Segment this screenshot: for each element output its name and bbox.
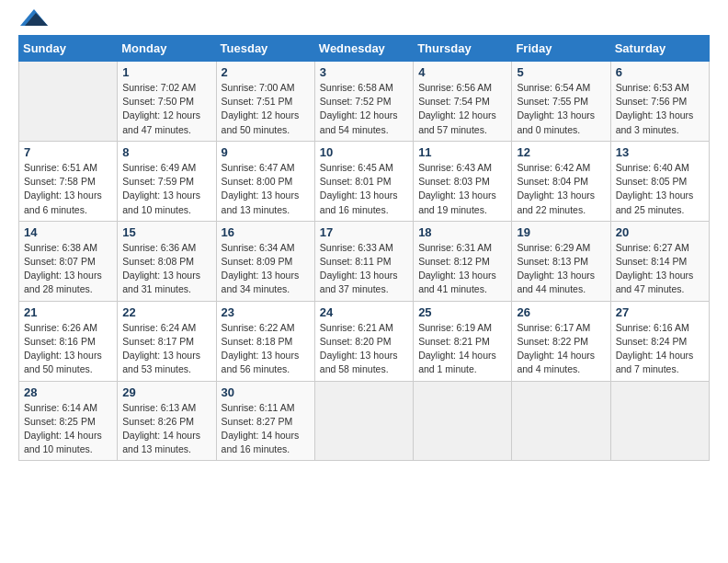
calendar-cell [414,381,512,461]
day-number: 21 [24,305,112,319]
header-sunday: Sunday [19,36,118,62]
day-number: 4 [418,65,506,79]
calendar-cell: 9Sunrise: 6:47 AM Sunset: 8:00 PM Daylig… [216,141,314,221]
calendar-cell: 17Sunrise: 6:33 AM Sunset: 8:11 PM Dayli… [314,221,413,301]
day-info: Sunrise: 6:24 AM Sunset: 8:17 PM Dayligh… [122,321,210,377]
calendar-cell: 10Sunrise: 6:45 AM Sunset: 8:01 PM Dayli… [314,141,413,221]
day-info: Sunrise: 7:00 AM Sunset: 7:51 PM Dayligh… [222,81,310,137]
day-info: Sunrise: 6:34 AM Sunset: 8:09 PM Dayligh… [222,241,310,297]
day-info: Sunrise: 6:42 AM Sunset: 8:04 PM Dayligh… [517,161,605,217]
calendar-week-row: 14Sunrise: 6:38 AM Sunset: 8:07 PM Dayli… [19,221,710,301]
calendar-cell: 5Sunrise: 6:54 AM Sunset: 7:55 PM Daylig… [512,62,610,142]
calendar-cell: 2Sunrise: 7:00 AM Sunset: 7:51 PM Daylig… [216,62,314,142]
calendar-cell: 11Sunrise: 6:43 AM Sunset: 8:03 PM Dayli… [414,141,512,221]
day-number: 29 [122,385,210,399]
day-info: Sunrise: 6:22 AM Sunset: 8:18 PM Dayligh… [222,321,310,377]
calendar-cell: 7Sunrise: 6:51 AM Sunset: 7:58 PM Daylig… [19,141,118,221]
day-info: Sunrise: 6:40 AM Sunset: 8:05 PM Dayligh… [616,161,704,217]
day-number: 19 [517,225,605,239]
calendar-week-row: 1Sunrise: 7:02 AM Sunset: 7:50 PM Daylig… [19,62,710,142]
calendar-cell: 13Sunrise: 6:40 AM Sunset: 8:05 PM Dayli… [610,141,709,221]
calendar-cell: 29Sunrise: 6:13 AM Sunset: 8:26 PM Dayli… [118,381,216,461]
header-tuesday: Tuesday [216,36,314,62]
day-number: 12 [517,145,605,159]
calendar-week-row: 21Sunrise: 6:26 AM Sunset: 8:16 PM Dayli… [19,301,710,381]
calendar-cell [19,62,118,142]
calendar-cell: 21Sunrise: 6:26 AM Sunset: 8:16 PM Dayli… [19,301,118,381]
calendar-cell: 8Sunrise: 6:49 AM Sunset: 7:59 PM Daylig… [118,141,216,221]
day-number: 17 [320,225,408,239]
day-info: Sunrise: 6:14 AM Sunset: 8:25 PM Dayligh… [24,401,112,457]
day-number: 9 [222,145,310,159]
header-saturday: Saturday [610,36,709,62]
day-info: Sunrise: 6:27 AM Sunset: 8:14 PM Dayligh… [616,241,704,297]
day-number: 16 [222,225,310,239]
day-number: 30 [222,385,310,399]
day-number: 7 [24,145,112,159]
calendar-cell: 30Sunrise: 6:11 AM Sunset: 8:27 PM Dayli… [216,381,314,461]
day-info: Sunrise: 6:16 AM Sunset: 8:24 PM Dayligh… [616,321,704,377]
day-number: 3 [320,65,408,79]
calendar-cell: 25Sunrise: 6:19 AM Sunset: 8:21 PM Dayli… [414,301,512,381]
day-info: Sunrise: 6:58 AM Sunset: 7:52 PM Dayligh… [320,81,408,137]
header-monday: Monday [118,36,216,62]
day-info: Sunrise: 6:17 AM Sunset: 8:22 PM Dayligh… [517,321,605,377]
day-info: Sunrise: 6:53 AM Sunset: 7:56 PM Dayligh… [616,81,704,137]
day-number: 5 [517,65,605,79]
day-info: Sunrise: 6:31 AM Sunset: 8:12 PM Dayligh… [418,241,506,297]
calendar-cell: 1Sunrise: 7:02 AM Sunset: 7:50 PM Daylig… [118,62,216,142]
day-info: Sunrise: 6:21 AM Sunset: 8:20 PM Dayligh… [320,321,408,377]
day-info: Sunrise: 6:38 AM Sunset: 8:07 PM Dayligh… [24,241,112,297]
day-info: Sunrise: 6:49 AM Sunset: 7:59 PM Dayligh… [122,161,210,217]
day-info: Sunrise: 6:26 AM Sunset: 8:16 PM Dayligh… [24,321,112,377]
header-thursday: Thursday [414,36,512,62]
day-number: 18 [418,225,506,239]
calendar-cell [512,381,610,461]
calendar-cell: 22Sunrise: 6:24 AM Sunset: 8:17 PM Dayli… [118,301,216,381]
calendar-week-row: 7Sunrise: 6:51 AM Sunset: 7:58 PM Daylig… [19,141,710,221]
day-number: 28 [24,385,112,399]
day-info: Sunrise: 6:36 AM Sunset: 8:08 PM Dayligh… [122,241,210,297]
calendar-cell: 26Sunrise: 6:17 AM Sunset: 8:22 PM Dayli… [512,301,610,381]
day-info: Sunrise: 6:47 AM Sunset: 8:00 PM Dayligh… [222,161,310,217]
day-info: Sunrise: 6:45 AM Sunset: 8:01 PM Dayligh… [320,161,408,217]
calendar-cell [610,381,709,461]
calendar-week-row: 28Sunrise: 6:14 AM Sunset: 8:25 PM Dayli… [19,381,710,461]
day-number: 24 [320,305,408,319]
day-info: Sunrise: 6:56 AM Sunset: 7:54 PM Dayligh… [418,81,506,137]
header-wednesday: Wednesday [314,36,413,62]
calendar-cell: 6Sunrise: 6:53 AM Sunset: 7:56 PM Daylig… [610,62,709,142]
day-number: 8 [122,145,210,159]
calendar-cell: 16Sunrise: 6:34 AM Sunset: 8:09 PM Dayli… [216,221,314,301]
calendar-cell: 15Sunrise: 6:36 AM Sunset: 8:08 PM Dayli… [118,221,216,301]
day-number: 26 [517,305,605,319]
day-info: Sunrise: 6:33 AM Sunset: 8:11 PM Dayligh… [320,241,408,297]
calendar-cell: 3Sunrise: 6:58 AM Sunset: 7:52 PM Daylig… [314,62,413,142]
calendar-cell: 12Sunrise: 6:42 AM Sunset: 8:04 PM Dayli… [512,141,610,221]
day-number: 13 [616,145,704,159]
day-number: 1 [122,65,210,79]
day-number: 14 [24,225,112,239]
day-number: 15 [122,225,210,239]
day-info: Sunrise: 6:43 AM Sunset: 8:03 PM Dayligh… [418,161,506,217]
day-number: 25 [418,305,506,319]
calendar-cell: 19Sunrise: 6:29 AM Sunset: 8:13 PM Dayli… [512,221,610,301]
calendar-header-row: SundayMondayTuesdayWednesdayThursdayFrid… [19,36,710,62]
day-number: 11 [418,145,506,159]
page-header [18,18,710,26]
calendar-cell [314,381,413,461]
day-info: Sunrise: 6:13 AM Sunset: 8:26 PM Dayligh… [122,401,210,457]
day-number: 10 [320,145,408,159]
day-info: Sunrise: 6:19 AM Sunset: 8:21 PM Dayligh… [418,321,506,377]
day-info: Sunrise: 6:11 AM Sunset: 8:27 PM Dayligh… [222,401,310,457]
calendar-cell: 20Sunrise: 6:27 AM Sunset: 8:14 PM Dayli… [610,221,709,301]
day-number: 2 [222,65,310,79]
day-info: Sunrise: 6:29 AM Sunset: 8:13 PM Dayligh… [517,241,605,297]
calendar-cell: 27Sunrise: 6:16 AM Sunset: 8:24 PM Dayli… [610,301,709,381]
calendar-cell: 14Sunrise: 6:38 AM Sunset: 8:07 PM Dayli… [19,221,118,301]
calendar-cell: 4Sunrise: 6:56 AM Sunset: 7:54 PM Daylig… [414,62,512,142]
logo [18,18,48,26]
day-info: Sunrise: 6:54 AM Sunset: 7:55 PM Dayligh… [517,81,605,137]
calendar-cell: 28Sunrise: 6:14 AM Sunset: 8:25 PM Dayli… [19,381,118,461]
day-info: Sunrise: 7:02 AM Sunset: 7:50 PM Dayligh… [122,81,210,137]
